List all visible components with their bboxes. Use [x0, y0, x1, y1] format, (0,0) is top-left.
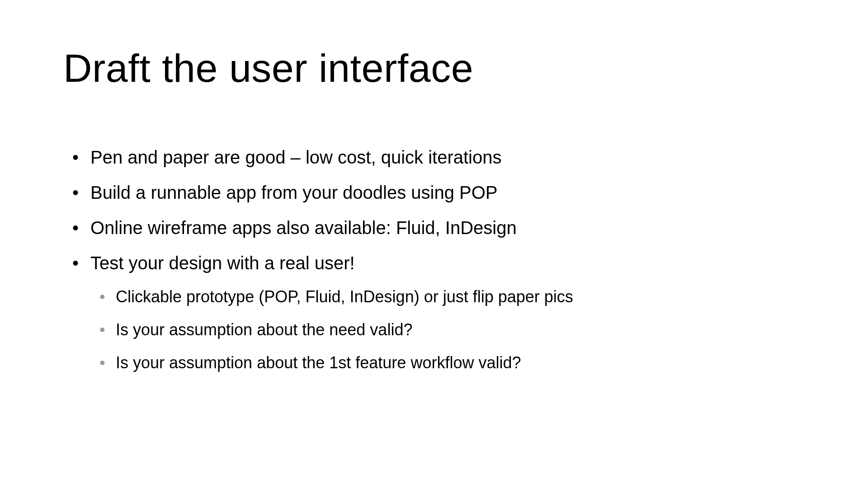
bullet-item: Online wireframe apps also available: Fl…	[72, 216, 805, 239]
bullet-text: Online wireframe apps also available: Fl…	[90, 218, 517, 238]
slide-container: Draft the user interface Pen and paper a…	[0, 0, 868, 488]
sub-bullet-item: Is your assumption about the need valid?	[99, 319, 805, 341]
sub-bullet-list: Clickable prototype (POP, Fluid, InDesig…	[90, 286, 805, 373]
bullet-text: Test your design with a real user!	[90, 253, 355, 273]
bullet-item: Pen and paper are good – low cost, quick…	[72, 145, 805, 169]
sub-bullet-text: Is your assumption about the need valid?	[116, 320, 412, 339]
main-bullet-list: Pen and paper are good – low cost, quick…	[63, 145, 805, 373]
slide-title: Draft the user interface	[63, 45, 805, 91]
bullet-item: Test your design with a real user! Click…	[72, 251, 805, 373]
sub-bullet-item: Is your assumption about the 1st feature…	[99, 352, 805, 374]
bullet-text: Pen and paper are good – low cost, quick…	[90, 147, 501, 167]
sub-bullet-text: Clickable prototype (POP, Fluid, InDesig…	[116, 287, 573, 306]
sub-bullet-item: Clickable prototype (POP, Fluid, InDesig…	[99, 286, 805, 308]
sub-bullet-text: Is your assumption about the 1st feature…	[116, 353, 521, 372]
bullet-item: Build a runnable app from your doodles u…	[72, 181, 805, 204]
bullet-text: Build a runnable app from your doodles u…	[90, 183, 498, 202]
